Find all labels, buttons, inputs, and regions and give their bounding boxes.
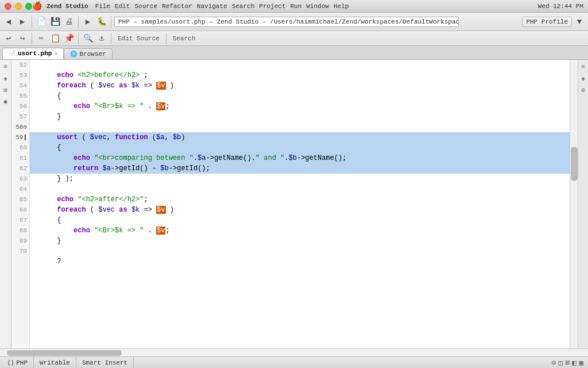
clock: Wed 12:44 PM [538, 3, 583, 10]
sep-t2-2 [78, 33, 79, 44]
status-icon-2[interactable]: ◫ [559, 358, 563, 367]
print-button[interactable]: 🖨 [63, 16, 75, 28]
linenum-67: 67 [11, 215, 29, 225]
menu-right: Wed 12:44 PM [538, 3, 583, 10]
toolbar: ◀ ▶ 📄 💾 🖨 ▶ 🐛 PHP – samples/usort.php – … [0, 13, 588, 31]
sidebar-icon-2[interactable]: ◈ [1, 74, 10, 83]
horizontal-scrollbar[interactable] [0, 348, 588, 356]
sidebar-icon-3[interactable]: ⊞ [1, 85, 10, 94]
status-icon-3[interactable]: ⊠ [566, 358, 570, 367]
status-php-label: PHP [16, 359, 28, 366]
debug-button[interactable]: 🐛 [95, 16, 108, 28]
run-menu[interactable]: Run [291, 3, 302, 10]
linenum-63: 63 [11, 174, 29, 184]
toolbar2: ↩ ↪ ✂ 📋 📌 🔍 ⚓ Edit Source Search [0, 31, 588, 46]
sep-t2-1 [32, 33, 32, 44]
source-menu[interactable]: Source [134, 3, 157, 10]
back-button[interactable]: ◀ [2, 16, 15, 28]
refactor-menu[interactable]: Refactor [162, 3, 192, 10]
tab-usort-close[interactable]: ✕ [54, 50, 57, 57]
tab-browser-icon: 🌐 [70, 51, 77, 57]
file-menu[interactable]: File [95, 3, 110, 10]
separator-1 [32, 16, 32, 28]
paste-button[interactable]: 📌 [63, 32, 75, 45]
linenum-69: 69 [11, 236, 29, 246]
search-label[interactable]: Search [169, 35, 199, 42]
statusbar: ⟨⟩ PHP Writable Smart Insert ⊙ ◫ ⊠ ◧ ▣ [0, 356, 588, 368]
cut-button[interactable]: ✂ [35, 32, 48, 45]
save-button[interactable]: 💾 [49, 16, 61, 28]
status-icon-4[interactable]: ◧ [572, 358, 577, 367]
tab-browser[interactable]: 🌐 Browser [64, 48, 112, 59]
sep-t2-4 [166, 33, 167, 44]
toolbar-menu-button[interactable]: ▼ [573, 16, 586, 28]
edit-source-label[interactable]: Edit Source [114, 35, 163, 42]
traffic-lights[interactable] [5, 3, 32, 10]
code-line-60: echo "<br>comparing between ".$a->getNam… [30, 143, 570, 153]
code-line-69 [30, 236, 570, 246]
vertical-scrollbar[interactable] [570, 60, 578, 348]
code-line-58: usort ( $vec, function ($a, $b) [30, 122, 570, 132]
code-area[interactable]: echo <h2>before</h2> ; foreach ( $vec as… [30, 60, 570, 348]
linenum-68: 68 [11, 225, 29, 236]
minimize-button[interactable] [15, 3, 22, 10]
undo-button[interactable]: ↩ [2, 32, 15, 45]
tab-usort[interactable]: 📄 usort.php ✕ [2, 48, 64, 59]
status-smart-insert: Smart Insert [76, 357, 134, 368]
hscroll-thumb[interactable] [7, 350, 122, 356]
status-icon-1[interactable]: ⊙ [552, 358, 556, 367]
code-line-64: echo "<h2>after</h2>"; [30, 184, 570, 194]
far-right-icon-2[interactable]: ◈ [579, 74, 588, 83]
left-sidebar: ≡ ◈ ⊞ ◉ [0, 60, 11, 348]
search-button[interactable]: 🔍 [82, 32, 94, 45]
redo-button[interactable]: ↪ [16, 32, 29, 45]
project-menu[interactable]: Project [259, 3, 285, 10]
run-button[interactable]: ▶ [82, 16, 94, 28]
code-line-67: echo "<Br>$k => " . $v; [30, 215, 570, 225]
linenum-64: 64 [11, 184, 29, 194]
search-menu-item[interactable]: Search [232, 3, 255, 10]
scroll-thumb[interactable] [571, 147, 578, 181]
copy-button[interactable]: 📋 [49, 32, 61, 45]
far-right-icon-3[interactable]: ⚙ [579, 85, 588, 94]
linenum-55: 55 [11, 91, 29, 101]
php-profile-button[interactable]: PHP Profile [522, 17, 572, 27]
linenum-58: 58⊖ [11, 122, 29, 132]
editor-container: ≡ ◈ ⊞ ◉ 52 53 54 55 56 57 58⊖ 59| 60 61 … [0, 60, 588, 348]
far-right-icon-1[interactable]: ≡ [579, 62, 588, 71]
sidebar-icon-4[interactable]: ◉ [1, 97, 10, 106]
sidebar-icon-1[interactable]: ≡ [1, 62, 10, 71]
app-name: Zend Studio [47, 3, 88, 10]
status-icon-5[interactable]: ▣ [579, 358, 583, 367]
linenum-56: 56 [11, 101, 29, 112]
edit-menu[interactable]: Edit [115, 3, 130, 10]
code-line-63 [30, 174, 570, 184]
new-file-button[interactable]: 📄 [35, 16, 48, 28]
linenum-66: 66 [11, 205, 29, 215]
navigate-btn[interactable]: ⚓ [95, 32, 108, 45]
status-writable: Writable [34, 357, 76, 368]
help-menu[interactable]: Help [334, 3, 349, 10]
line-numbers: 52 53 54 55 56 57 58⊖ 59| 60 61 62 63 64… [11, 60, 30, 348]
code-line-57 [30, 112, 570, 122]
window-menu[interactable]: Window [306, 3, 329, 10]
navigate-menu[interactable]: Navigate [197, 3, 227, 10]
linenum-54: 54 [11, 80, 29, 91]
code-line-55: echo "<Br>$k => " . $v; [30, 91, 570, 101]
separator-3 [111, 16, 111, 28]
php-profile-label: PHP Profile [526, 18, 568, 25]
linenum-70: 70 [11, 246, 29, 256]
tab-usort-icon: 📄 [9, 50, 16, 57]
forward-button[interactable]: ▶ [16, 16, 29, 28]
tab-usort-label: usort.php [18, 50, 52, 57]
linenum-60: 60 [11, 143, 29, 153]
linenum-53: 53 [11, 70, 29, 80]
close-button[interactable] [5, 3, 11, 10]
tabbar: 📄 usort.php ✕ 🌐 Browser [0, 46, 588, 60]
php-arrow-icon: ⟨⟩ [7, 359, 14, 366]
linenum-52: 52 [11, 60, 29, 70]
maximize-button[interactable] [25, 3, 32, 10]
far-right-panel: ≡ ◈ ⚙ [578, 60, 588, 348]
linenum-61: 61 [11, 153, 29, 163]
code-line-70: ? [30, 246, 570, 256]
